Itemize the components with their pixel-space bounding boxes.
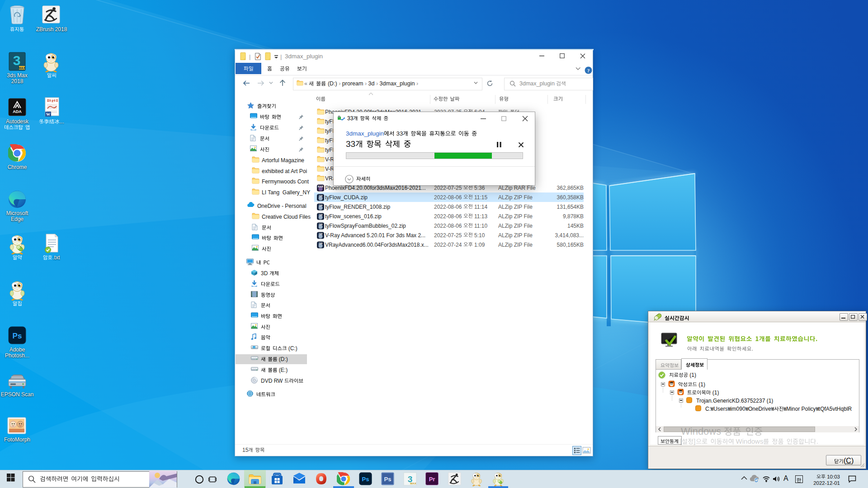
- svg-text:?: ?: [587, 68, 590, 73]
- svg-text:ZIP: ZIP: [319, 223, 323, 226]
- svg-text:Ps: Ps: [13, 332, 22, 340]
- svg-text:Pr: Pr: [429, 476, 435, 483]
- svg-text:Ps: Ps: [384, 476, 392, 483]
- svg-text:MAX: MAX: [19, 66, 26, 70]
- svg-text:W: W: [46, 112, 50, 117]
- svg-text:ZIP: ZIP: [319, 214, 323, 216]
- svg-text:ADA: ADA: [13, 109, 22, 114]
- svg-text:Ps: Ps: [362, 476, 369, 483]
- svg-text:ZIP: ZIP: [319, 204, 323, 207]
- svg-text:ZIP: ZIP: [319, 242, 323, 245]
- svg-text:3: 3: [13, 53, 21, 68]
- svg-text:ZIP: ZIP: [319, 195, 323, 197]
- svg-text:ZIP: ZIP: [319, 233, 323, 235]
- svg-text:RAR: RAR: [318, 185, 323, 188]
- svg-text:MAX: MAX: [410, 482, 416, 485]
